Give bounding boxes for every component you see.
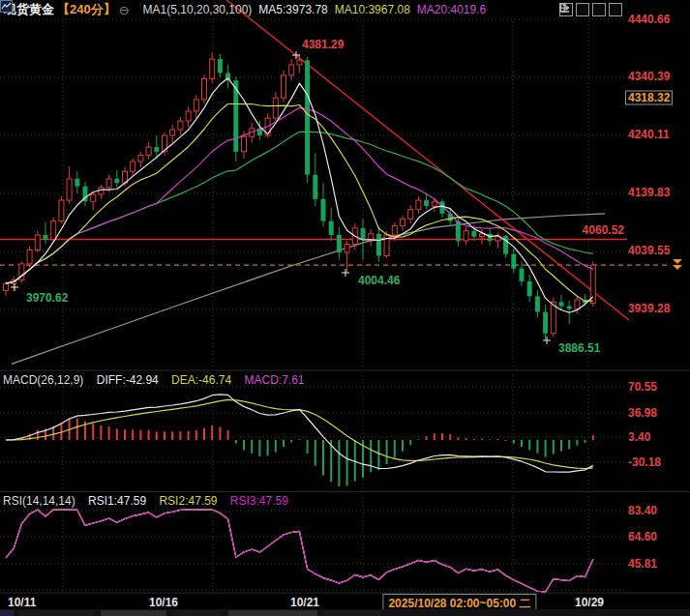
rsi-axis-label: 64.60 [628, 531, 657, 543]
macd-panel-header: MACD(26,12,9) DIFF:-42.94 DEA:-46.74 MAC… [3, 373, 315, 387]
bottom-tab-segment[interactable] [101, 610, 166, 616]
rsi-axis-label: 45.81 [628, 558, 657, 571]
price-axis-label: 4039.55 [628, 245, 670, 257]
price-axis-label: 4139.83 [628, 187, 670, 199]
macd-axis-label: 36.98 [628, 407, 657, 420]
ma5-value: MA5:3973.78 [258, 3, 327, 16]
rsi-title: RSI(14,14,14) [3, 494, 75, 508]
macd-axis-label: 3.40 [628, 431, 650, 444]
ma100-line [12, 214, 605, 365]
bottom-tab-segment[interactable] [228, 610, 317, 616]
rsi-panel-header: RSI(14,14,14) RSI1:47.59 RSI2:47.59 RSI3… [3, 494, 298, 508]
macd-axis-label: -30.18 [628, 456, 661, 469]
bottom-tab-segment[interactable] [172, 610, 223, 616]
y-axis-scale-icon[interactable] [576, 3, 589, 16]
trading-chart-window: 现货黄金 【240分】 ⊖ MA1(5,10,20,30,100) MA5:39… [0, 0, 690, 616]
current-price-marker [673, 259, 682, 270]
price-annotation: 4060.52 [583, 224, 624, 237]
macd-title: MACD(26,12,9) [3, 373, 83, 387]
price-axis-label: 4318.32 [625, 91, 673, 105]
price-axis-label: 4340.39 [628, 71, 670, 83]
main-candles [4, 52, 596, 339]
macd-diff-value: DIFF:-42.94 [97, 373, 159, 387]
price-annotation: 4381.29 [302, 39, 344, 51]
chart-toolbar [559, 3, 622, 16]
macd-histogram [6, 418, 593, 486]
timeframe-label[interactable]: 【240分】 [57, 1, 116, 18]
macd-axis-label: 70.55 [628, 381, 657, 394]
rsi2-value: RSI2:47.59 [159, 494, 217, 508]
bottom-tab-segment[interactable] [323, 610, 381, 616]
price-axis-label: 4240.11 [628, 129, 670, 141]
bottom-tab-strip-clipped[interactable] [0, 609, 690, 616]
time-label: 10/29 [575, 596, 604, 609]
bottom-tab-segment[interactable] [19, 610, 95, 616]
chart-canvas[interactable] [0, 0, 690, 616]
trend-line [226, 0, 629, 320]
collapse-icon[interactable]: ⊖ [119, 3, 130, 17]
x-axis-scale-icon[interactable] [592, 3, 606, 16]
time-label: 10/16 [149, 596, 178, 609]
bottom-tab-segment[interactable] [0, 610, 14, 616]
price-annotation: 3886.51 [558, 342, 600, 355]
time-label: 10/21 [290, 596, 319, 609]
price-axis-label: 3939.28 [628, 303, 670, 315]
rsi-lines [6, 510, 593, 592]
time-label: 10/11 [8, 596, 36, 609]
ma20-value: MA20:4019.6 [417, 3, 486, 16]
price-annotation: 4004.46 [358, 275, 400, 287]
macd-dea-value: DEA:-46.74 [171, 373, 231, 387]
rsi3-value: RSI3:47.59 [230, 494, 288, 508]
price-annotation: 3970.62 [26, 292, 68, 305]
rsi1-value: RSI1:47.59 [88, 494, 146, 508]
ma10-value: MA10:3967.08 [335, 3, 410, 16]
rsi-axis-label: 83.40 [628, 505, 657, 517]
price-axis-label: 4440.66 [628, 14, 670, 26]
pan-export-icon[interactable] [609, 3, 622, 16]
ma-group-label: MA1(5,10,20,30,100) [143, 3, 253, 16]
macd-macd-value: MACD:7.61 [244, 373, 304, 387]
